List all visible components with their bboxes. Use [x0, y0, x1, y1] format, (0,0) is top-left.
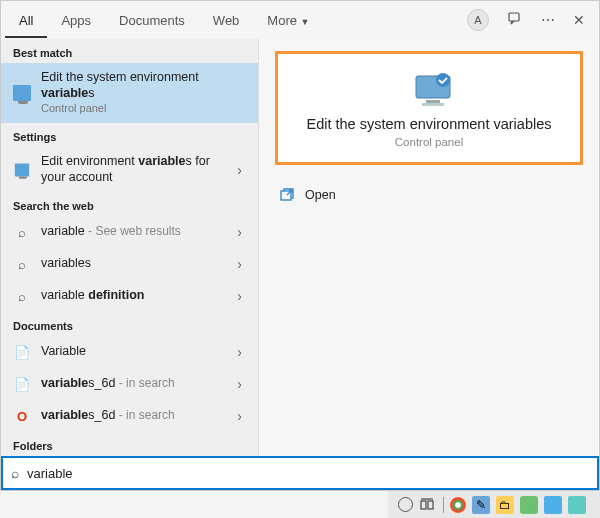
result-doc-variables6d-2[interactable]: O variables_6d - in search › — [1, 400, 258, 432]
tab-apps[interactable]: Apps — [47, 3, 105, 38]
chevron-right-icon: › — [233, 288, 246, 304]
taskbar-app-1[interactable] — [450, 497, 466, 513]
search-box[interactable]: ⌕ — [1, 456, 599, 490]
section-best-match: Best match — [1, 39, 258, 63]
detail-card: Edit the system environment variables Co… — [275, 51, 583, 165]
result-settings-env[interactable]: Edit environment variables for your acco… — [1, 147, 258, 192]
taskbar-cortana-icon[interactable] — [398, 497, 413, 512]
chevron-right-icon: › — [233, 408, 246, 424]
result-web-definition[interactable]: ⌕ variable definition › — [1, 280, 258, 312]
result-web-variables[interactable]: ⌕ variables › — [1, 248, 258, 280]
tabs-right-controls: A ⋯ ✕ — [467, 9, 595, 31]
close-icon[interactable]: ✕ — [573, 12, 585, 28]
result-doc-variables6d-1[interactable]: 📄 variables_6d - in search › — [1, 368, 258, 400]
chevron-right-icon: › — [233, 256, 246, 272]
svg-rect-8 — [428, 501, 433, 509]
user-avatar[interactable]: A — [467, 9, 489, 31]
action-open-label: Open — [305, 188, 336, 202]
taskbar-separator — [443, 497, 444, 513]
search-icon: ⌕ — [13, 223, 31, 241]
svg-rect-4 — [422, 103, 444, 106]
chevron-right-icon: › — [233, 162, 246, 178]
result-best-match[interactable]: Edit the system environment variables Co… — [1, 63, 258, 123]
feedback-icon[interactable] — [507, 11, 523, 30]
chevron-right-icon: › — [233, 224, 246, 240]
section-folders: Folders — [1, 432, 258, 456]
svg-point-5 — [436, 73, 450, 87]
result-doc-variable[interactable]: 📄 Variable › — [1, 336, 258, 368]
taskbar: ✎ 🗀 — [388, 491, 600, 518]
more-options-icon[interactable]: ⋯ — [541, 12, 555, 28]
section-settings: Settings — [1, 123, 258, 147]
result-web-variable[interactable]: ⌕ variable - See web results › — [1, 216, 258, 248]
taskbar-app-5[interactable] — [544, 496, 562, 514]
opera-icon: O — [13, 407, 31, 425]
tab-web[interactable]: Web — [199, 3, 254, 38]
chevron-right-icon: › — [233, 376, 246, 392]
tab-documents[interactable]: Documents — [105, 3, 199, 38]
svg-rect-0 — [509, 13, 519, 21]
taskbar-taskview-icon[interactable] — [419, 496, 437, 514]
file-icon: 📄 — [13, 375, 31, 393]
search-icon: ⌕ — [11, 465, 19, 481]
open-icon — [279, 187, 295, 203]
detail-title: Edit the system environment variables — [288, 116, 570, 132]
detail-column: Edit the system environment variables Co… — [259, 39, 599, 456]
chevron-right-icon: › — [233, 344, 246, 360]
search-icon: ⌕ — [13, 287, 31, 305]
search-tabs: All Apps Documents Web More ▼ A ⋯ ✕ — [1, 1, 599, 39]
search-input[interactable] — [27, 466, 589, 481]
results-column: Best match Edit the system environment v… — [1, 39, 259, 456]
svg-rect-3 — [426, 100, 440, 103]
taskbar-app-6[interactable] — [568, 496, 586, 514]
taskbar-explorer-icon[interactable]: 🗀 — [496, 496, 514, 514]
search-icon: ⌕ — [13, 255, 31, 273]
svg-rect-7 — [421, 501, 426, 509]
section-documents: Documents — [1, 312, 258, 336]
detail-subtitle: Control panel — [288, 136, 570, 148]
section-search-web: Search the web — [1, 192, 258, 216]
monitor-icon — [13, 161, 31, 179]
action-open[interactable]: Open — [275, 177, 583, 213]
detail-monitor-icon — [410, 72, 448, 104]
monitor-icon — [13, 84, 31, 102]
tab-more[interactable]: More ▼ — [253, 3, 323, 38]
file-icon: 📄 — [13, 343, 31, 361]
taskbar-app-2[interactable]: ✎ — [472, 496, 490, 514]
windows-search-panel: All Apps Documents Web More ▼ A ⋯ ✕ Best… — [0, 0, 600, 491]
taskbar-app-4[interactable] — [520, 496, 538, 514]
tab-all[interactable]: All — [5, 3, 47, 38]
